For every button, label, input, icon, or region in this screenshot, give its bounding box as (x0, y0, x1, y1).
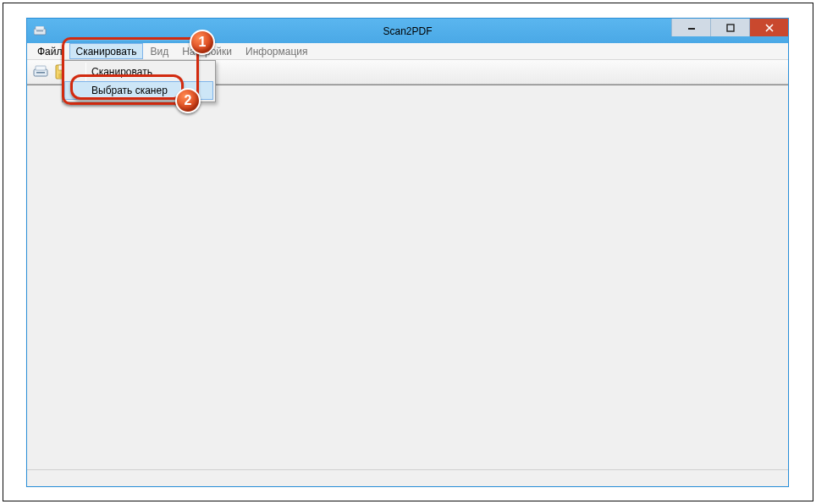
statusbar (27, 469, 788, 486)
svg-rect-4 (727, 25, 734, 31)
scan-menu-dropdown: Сканировать Выбрать сканер (62, 60, 216, 102)
menubar: Файл Сканировать Вид Настройки Информаци… (27, 43, 788, 60)
svg-rect-7 (36, 72, 45, 74)
close-button[interactable] (749, 19, 788, 36)
menu-file[interactable]: Файл (30, 43, 69, 59)
content-area (27, 85, 788, 469)
menu-view[interactable]: Вид (143, 43, 175, 59)
dropdown-item-scan[interactable]: Сканировать (64, 63, 213, 81)
menu-scan[interactable]: Сканировать (69, 43, 144, 59)
svg-rect-3 (688, 28, 695, 30)
toolbar-scan-button[interactable] (32, 63, 51, 81)
titlebar[interactable]: Scan2PDF (27, 19, 788, 43)
menu-info[interactable]: Информация (239, 43, 314, 59)
app-window: Scan2PDF Файл Сканировать Вид Настройки … (26, 18, 789, 487)
dropdown-item-select-scanner[interactable]: Выбрать сканер (64, 81, 213, 100)
menu-settings[interactable]: Настройки (175, 43, 239, 59)
minimize-button[interactable] (671, 19, 710, 36)
svg-rect-6 (36, 66, 46, 70)
maximize-button[interactable] (710, 19, 749, 36)
window-controls (671, 19, 788, 36)
